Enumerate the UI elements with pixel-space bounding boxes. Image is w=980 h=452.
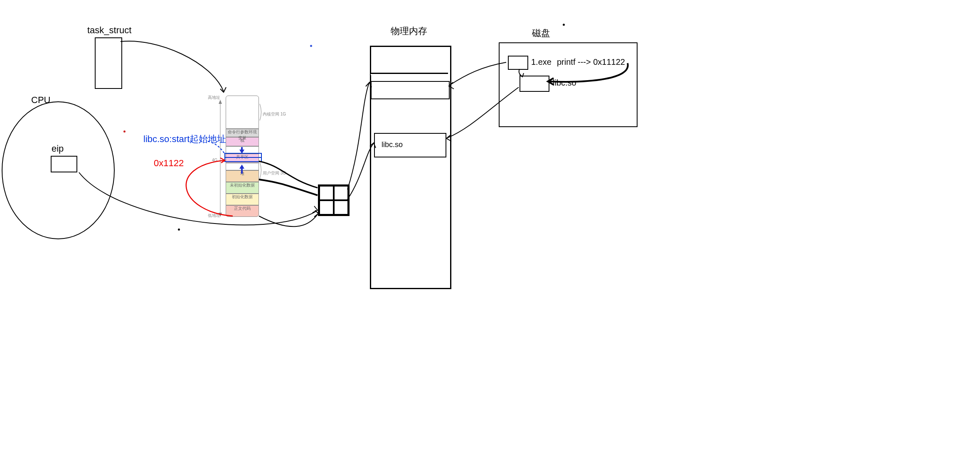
- disk-exe-label: 1.exe: [531, 57, 552, 67]
- stray-dot-red: [123, 130, 126, 133]
- cpu-ellipse: [0, 0, 980, 452]
- shared-region-highlight-bottom: [224, 157, 262, 162]
- mem-aux-lines: [0, 0, 980, 452]
- kernel-1g-label: 内核空间 1G: [263, 111, 286, 117]
- physmem-slot-top: [371, 81, 450, 99]
- cpu-label: CPU: [31, 95, 50, 106]
- disk-libc-label: libc.so: [553, 78, 576, 88]
- high-addr-label: 高地址: [208, 95, 220, 101]
- eip-box: [51, 156, 77, 172]
- printf-label: printf ---> 0x11122: [557, 57, 625, 67]
- user-3g-label: 用户空间 3G: [263, 170, 286, 176]
- task-struct-box: [95, 37, 122, 89]
- size-4g-label: 4G: [212, 158, 217, 162]
- disk-label: 磁盘: [532, 27, 550, 39]
- physical-memory-label: 物理内存: [391, 25, 427, 37]
- stray-dot-2: [563, 24, 565, 26]
- stray-dot-blue: [310, 45, 312, 47]
- page-table-grid: [318, 184, 350, 216]
- physmem-libc-label: libc.so: [382, 140, 403, 149]
- stray-dot-1: [178, 228, 180, 231]
- libc-start-label: libc.so:start起始地址: [143, 133, 226, 145]
- eip-label: eip: [52, 143, 64, 154]
- disk-exe-box: [508, 56, 528, 70]
- disk-libc-box: [520, 76, 549, 92]
- low-addr-label: 低地址: [208, 213, 220, 219]
- physmem-divider-1: [371, 73, 448, 75]
- task-struct-label: task_struct: [87, 25, 131, 36]
- addr-0x1122-label: 0x1122: [154, 158, 184, 169]
- connection-arrows: 0x11122 thick arrow curving to libc box …: [0, 0, 980, 452]
